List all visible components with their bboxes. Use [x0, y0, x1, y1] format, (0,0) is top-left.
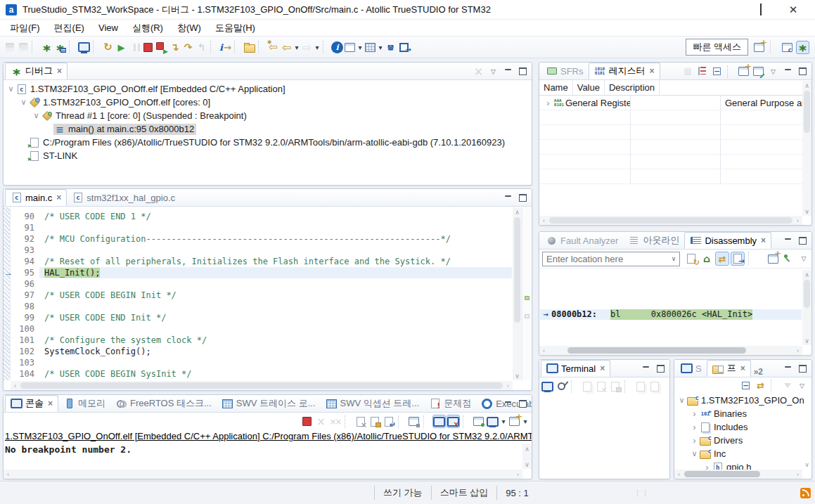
- explorer-horizontal-scrollbar[interactable]: ‹›: [674, 470, 802, 479]
- last-edit-location-icon[interactable]: [267, 41, 280, 54]
- maximize-icon[interactable]: [384, 41, 397, 54]
- debug-perspective-icon[interactable]: [796, 41, 809, 54]
- column-header[interactable]: Name: [539, 80, 573, 95]
- open-element-icon[interactable]: [243, 41, 256, 54]
- console-tab[interactable]: FreeRTOS 태스크... ×: [110, 395, 217, 412]
- suspend-icon[interactable]: [128, 41, 141, 54]
- display-console-icon[interactable]: [486, 415, 499, 428]
- grid-view-icon[interactable]: [364, 41, 377, 54]
- terminate-icon[interactable]: [300, 415, 314, 428]
- combo-dropdown-icon[interactable]: ∨: [668, 255, 679, 262]
- debug-tree-row[interactable]: 1.STM32F103_GPIO_OnOff.elf [cores: 0]: [4, 96, 532, 109]
- debug-tree-row[interactable]: ST-LINK: [4, 149, 532, 162]
- location-combo[interactable]: ∨: [542, 252, 680, 266]
- chevron-icon[interactable]: [690, 435, 699, 446]
- remove-all-launches-icon[interactable]: [328, 415, 342, 428]
- registers-horizontal-scrollbar[interactable]: ‹›: [539, 216, 802, 225]
- disconnect-icon[interactable]: [472, 65, 485, 78]
- dropdown-icon[interactable]: [357, 41, 364, 54]
- open-terminal-icon[interactable]: [541, 380, 554, 393]
- view-menu-icon[interactable]: [766, 65, 780, 78]
- info-icon[interactable]: [331, 41, 343, 53]
- console-vertical-scrollbar[interactable]: ∧∨: [522, 444, 532, 469]
- terminate-icon[interactable]: [141, 41, 155, 54]
- registers-vertical-scrollbar[interactable]: ∧∨: [802, 81, 811, 216]
- console-settings-icon[interactable]: [407, 415, 421, 428]
- terminal-scroll-lock-icon[interactable]: [608, 380, 622, 393]
- line-number[interactable]: 100: [11, 323, 39, 335]
- tab-debug[interactable]: 디버그 ×: [5, 63, 68, 79]
- line-number[interactable]: 95: [11, 267, 39, 278]
- chevron-icon[interactable]: [690, 449, 699, 458]
- explorer-vertical-scrollbar[interactable]: ∨: [802, 398, 811, 469]
- chevron-icon[interactable]: [32, 111, 41, 120]
- dropdown-icon[interactable]: [377, 41, 384, 54]
- view-menu-icon[interactable]: [487, 65, 500, 78]
- remove-launch-icon[interactable]: [314, 415, 328, 428]
- instruction-stepping-icon[interactable]: [219, 41, 232, 54]
- chevron-icon[interactable]: [544, 98, 553, 108]
- close-button[interactable]: ✕: [777, 1, 809, 19]
- open-perspective-icon[interactable]: [752, 41, 766, 54]
- close-icon[interactable]: ×: [740, 363, 745, 373]
- restore-view-icon[interactable]: [397, 41, 411, 54]
- editor-tab[interactable]: stm32f1xx_hal_gpio.c ×: [67, 189, 180, 206]
- code-line[interactable]: 98: [11, 301, 512, 312]
- line-number[interactable]: 98: [11, 301, 39, 312]
- disassembly-row[interactable]: 08000b12: bl 0x800026c <HAL_Init>: [540, 309, 802, 320]
- home-icon[interactable]: [700, 252, 714, 266]
- menu-item[interactable]: 파일(F): [3, 20, 47, 36]
- code-line[interactable]: 102 SystemClock_Config();: [11, 346, 512, 357]
- maximize-view-icon[interactable]: [796, 362, 809, 375]
- project-tree-row[interactable]: Inc: [674, 447, 811, 460]
- cpp-perspective-icon[interactable]: [781, 41, 794, 54]
- view-menu-icon[interactable]: [795, 379, 809, 392]
- step-return-icon[interactable]: [195, 41, 208, 54]
- project-tree-row[interactable]: Includes: [674, 420, 811, 434]
- clear-console-icon[interactable]: [354, 415, 367, 428]
- minimize-icon[interactable]: [501, 191, 515, 205]
- console-tab[interactable]: 문제점 ×: [424, 395, 476, 412]
- collapse-all-icon[interactable]: [739, 379, 752, 392]
- menu-item[interactable]: 도움말(H): [208, 20, 262, 36]
- code-line[interactable]: 92 /* MCU Configuration-----------------…: [11, 233, 512, 245]
- paste-icon[interactable]: [648, 380, 661, 393]
- step-over-icon[interactable]: [181, 41, 195, 54]
- word-wrap-icon[interactable]: [382, 415, 395, 428]
- disassembly-vertical-scrollbar[interactable]: ∧∨: [802, 270, 811, 345]
- column-header[interactable]: Value: [573, 80, 605, 95]
- code-editor[interactable]: 90 /* USER CODE END 1 */ 91 92 /* MCU Co…: [4, 207, 512, 380]
- column-header[interactable]: Description: [605, 80, 660, 95]
- console-tab[interactable]: 콘솔 ×: [5, 395, 58, 412]
- sync-pc-icon[interactable]: [715, 252, 729, 266]
- follow-icon[interactable]: [731, 252, 745, 266]
- close-icon[interactable]: ×: [761, 235, 766, 245]
- disassembly-listing[interactable]: 08000b12: bl 0x800026c <HAL_Init> 102 Sy…: [540, 270, 802, 345]
- console-tab[interactable]: SWV 익셉션 트레... ×: [321, 395, 425, 412]
- editor-horizontal-scrollbar[interactable]: ‹›: [11, 381, 513, 390]
- close-icon[interactable]: ×: [56, 193, 61, 202]
- forward-icon[interactable]: [300, 41, 314, 54]
- duplicate-icon[interactable]: [580, 380, 593, 393]
- filter-icon[interactable]: [781, 379, 794, 392]
- dropdown-icon[interactable]: [500, 415, 507, 428]
- dropdown-icon[interactable]: [314, 41, 321, 54]
- code-line[interactable]: 95 HAL_Init();: [11, 267, 512, 278]
- line-number[interactable]: 102: [11, 346, 39, 357]
- console-process-label[interactable]: 1.STM32F103_GPIO_OnOff.elf [Embedded C/C…: [4, 430, 532, 443]
- maximize-view-icon[interactable]: [516, 65, 530, 78]
- collapse-all-icon[interactable]: [710, 65, 724, 78]
- line-number[interactable]: 96: [11, 278, 39, 290]
- console-view-icon[interactable]: [77, 41, 91, 54]
- minimize-icon[interactable]: [781, 234, 795, 247]
- console-horizontal-scrollbar[interactable]: ‹›: [4, 470, 522, 479]
- step-into-icon[interactable]: [168, 41, 181, 54]
- menu-item[interactable]: 실행(R): [125, 20, 170, 36]
- line-number[interactable]: 99: [11, 312, 39, 323]
- tab-registers[interactable]: SFRs ×: [541, 63, 589, 79]
- pin-console-icon[interactable]: [472, 415, 485, 428]
- save-icon[interactable]: [3, 41, 16, 54]
- tab-disassembly[interactable]: Disassembly ×: [684, 232, 771, 249]
- tab-disassembly[interactable]: Fault Analyzer ×: [541, 232, 623, 249]
- chevron-icon[interactable]: [19, 98, 28, 107]
